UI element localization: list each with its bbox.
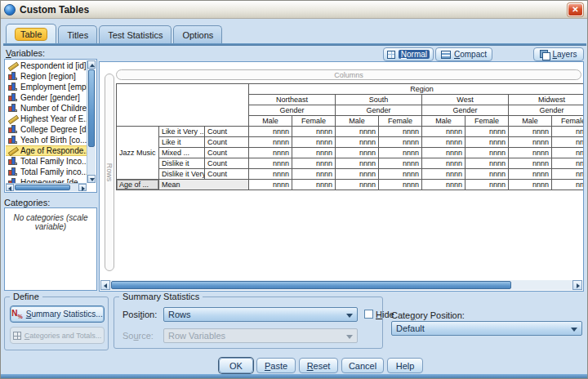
sex-cell[interactable]: Male [336,116,379,127]
statistic-cell[interactable]: Count [205,137,249,148]
variable-item[interactable]: Respondent id [id] [6,60,87,71]
variable-item-selected[interactable]: Age of Responde... [6,145,87,156]
cancel-button[interactable]: Cancel [341,358,384,373]
tab-titles[interactable]: Titles [58,25,97,44]
category-cell[interactable]: Like it Very ... [159,127,205,137]
sex-cell[interactable]: Female [292,116,336,127]
columns-dropzone[interactable]: Columns [116,69,581,80]
columns-dropzone-label: Columns [334,71,363,79]
custom-tables-dialog: Custom Tables ✕ Table Titles Test Statis… [0,0,588,379]
category-cell[interactable]: Dislike it Very ... [159,169,205,180]
variables-list[interactable]: Respondent id [id] Region [region] Emplo… [4,59,97,193]
scroll-right-icon[interactable] [78,184,87,191]
tab-table-label: Table [15,28,47,41]
help-button[interactable]: Help [387,358,423,373]
age-row-variable-cell[interactable]: Age of ... [117,180,159,190]
scroll-up-icon[interactable] [87,60,96,69]
layers-button[interactable]: Layers [533,47,584,61]
reset-button[interactable]: Reset [299,358,338,373]
variable-item[interactable]: Highest Year of E... [6,114,87,124]
data-cell: nnnn [292,127,336,137]
categories-and-totals-button[interactable]: Categories and Totals... [10,327,105,344]
tab-table[interactable]: Table [6,24,56,44]
gender-header-cell[interactable]: Gender [422,105,509,116]
sex-cell[interactable]: Male [509,116,552,127]
variable-item[interactable]: Number of Childre... [6,103,87,114]
statistic-cell[interactable]: Count [205,127,249,137]
variable-item[interactable]: Total Family inco... [6,167,87,177]
chevron-down-icon [346,335,353,339]
title-bar[interactable]: Custom Tables ✕ [1,1,587,19]
variable-item[interactable]: Yeah of Birth [co... [6,135,87,145]
variable-label: Yeah of Birth [co... [20,136,87,145]
table-preview-canvas[interactable]: Columns Rows Region Northeast South W [99,61,584,292]
gender-header-cell[interactable]: Gender [509,105,583,116]
rows-dropzone[interactable]: Rows [105,74,114,271]
categories-box[interactable]: No categories (scale variable) [4,207,97,291]
scroll-left-icon[interactable] [6,184,14,191]
region-cell[interactable]: West [422,95,509,105]
data-cell: nnnn [466,180,509,190]
compact-view-button[interactable]: Compact [435,47,492,61]
statistic-cell[interactable]: Count [205,148,249,158]
mean-statistic-cell[interactable]: Mean [159,180,249,190]
variables-vertical-scrollbar[interactable] [87,60,96,183]
region-cell[interactable]: Midwest [509,95,583,105]
sex-cell[interactable]: Male [249,116,292,127]
scroll-down-icon[interactable] [87,175,96,183]
scrollbar-thumb[interactable] [88,69,95,147]
category-cell[interactable]: Like it [159,137,205,148]
statistic-cell[interactable]: Count [205,158,249,169]
gender-header-cell[interactable]: Gender [249,105,336,116]
categories-label: Categories: [4,198,50,207]
sex-cell[interactable]: Female [466,116,509,127]
tab-test-statistics[interactable]: Test Statistics [99,25,172,44]
source-combo[interactable]: Row Variables [163,328,358,343]
variable-item[interactable]: Region [region] [6,71,87,82]
variable-item[interactable]: Total Family Inco... [6,156,87,167]
nominal-icon [7,157,18,166]
variable-item[interactable]: Homeowner [de... [6,177,87,183]
ok-button[interactable]: OK [219,358,253,373]
define-group: Define N% Summary Statistics... Categori… [4,297,109,350]
tab-options[interactable]: Options [173,25,222,44]
region-cell[interactable]: Northeast [249,95,336,105]
sex-cell[interactable]: Female [379,116,422,127]
sex-cell[interactable]: Male [422,116,466,127]
close-icon[interactable]: ✕ [568,3,583,16]
statistic-cell[interactable]: Count [205,169,249,180]
sex-cell[interactable]: Female [552,116,583,127]
paste-button[interactable]: Paste [256,358,296,373]
hide-checkbox[interactable] [364,310,373,319]
region-header-cell[interactable]: Region [249,84,583,95]
region-cell[interactable]: South [336,95,422,105]
variable-label: Total Family Inco... [20,157,87,166]
data-cell: nnnn [422,127,466,137]
window-bottom-edge [1,374,587,378]
normal-view-button[interactable]: Normal [383,47,434,61]
category-cell[interactable]: Mixed ... [159,148,205,158]
categories-totals-label: Categories and Totals... [24,332,101,340]
summary-statistics-button[interactable]: N% Summary Statistics... [10,305,105,323]
normal-label: Normal [399,50,430,59]
reset-label: Reset [307,361,331,371]
canvas-horizontal-scrollbar[interactable] [100,280,582,290]
scroll-right-icon[interactable] [572,280,582,290]
scrollbar-thumb[interactable] [111,281,511,289]
scroll-left-icon[interactable] [100,280,110,290]
data-cell: nnnn [249,137,292,148]
variable-item[interactable]: Gender [gender] [6,92,87,103]
position-combo[interactable]: Rows [163,307,358,322]
variable-item[interactable]: College Degree [d... [6,124,87,135]
category-cell[interactable]: Dislike it [159,158,205,169]
data-cell: nnnn [336,158,379,169]
scrollbar-thumb[interactable] [15,185,70,190]
data-cell: nnnn [379,127,422,137]
variable-item[interactable]: Employment [empl... [6,82,87,92]
variables-horizontal-scrollbar[interactable] [6,183,87,191]
category-position-combo[interactable]: Default [391,321,582,336]
tab-titles-label: Titles [67,30,88,40]
gender-header-cell[interactable]: Gender [336,105,422,116]
row-variable-cell[interactable]: Jazz Music [117,127,159,180]
data-cell: nnnn [422,158,466,169]
